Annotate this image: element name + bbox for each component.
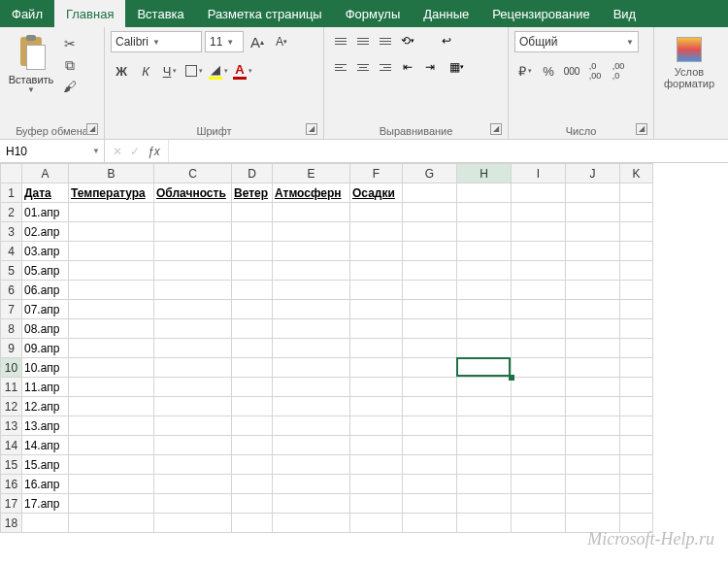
cell-I18[interactable] — [512, 514, 566, 533]
borders-button[interactable]: ▾ — [183, 60, 205, 82]
cell-B10[interactable] — [69, 358, 154, 378]
cell-J13[interactable] — [566, 416, 620, 436]
cut-button[interactable]: ✂ — [60, 35, 80, 52]
cell-B3[interactable] — [69, 222, 154, 242]
cell-G15[interactable] — [403, 455, 457, 475]
dialog-launcher-icon[interactable]: ◢ — [490, 123, 502, 135]
cell-E15[interactable] — [273, 455, 350, 475]
col-header-F[interactable]: F — [350, 164, 403, 183]
enter-formula-button[interactable]: ✓ — [130, 145, 140, 158]
cell-G12[interactable] — [403, 397, 457, 416]
cell-D11[interactable] — [232, 378, 273, 397]
row-header-8[interactable]: 8 — [1, 319, 22, 339]
format-painter-button[interactable]: 🖌 — [60, 78, 80, 95]
cell-E11[interactable] — [273, 378, 350, 397]
cell-B11[interactable] — [69, 378, 154, 397]
cell-G2[interactable] — [403, 203, 457, 222]
cell-A5[interactable]: 05.апр — [22, 261, 69, 281]
cell-H16[interactable] — [457, 475, 512, 494]
cell-J15[interactable] — [566, 455, 620, 475]
cell-H3[interactable] — [457, 222, 512, 242]
cell-D3[interactable] — [232, 222, 273, 242]
cell-C16[interactable] — [154, 475, 232, 494]
cell-H7[interactable] — [457, 300, 512, 319]
cell-B15[interactable] — [69, 455, 154, 475]
cell-E17[interactable] — [273, 494, 350, 514]
col-header-A[interactable]: A — [22, 164, 69, 183]
row-header-5[interactable]: 5 — [1, 261, 22, 281]
cell-A3[interactable]: 02.апр — [22, 222, 69, 242]
cell-F2[interactable] — [350, 203, 403, 222]
cell-E8[interactable] — [273, 319, 350, 339]
cell-E3[interactable] — [273, 222, 350, 242]
cell-F16[interactable] — [350, 475, 403, 494]
cell-C4[interactable] — [154, 242, 232, 261]
cell-A16[interactable]: 16.апр — [22, 475, 69, 494]
cell-B8[interactable] — [69, 319, 154, 339]
cell-B14[interactable] — [69, 436, 154, 455]
cell-H2[interactable] — [457, 203, 512, 222]
cell-C10[interactable] — [154, 358, 232, 378]
cell-I5[interactable] — [512, 261, 566, 281]
cell-F15[interactable] — [350, 455, 403, 475]
italic-button[interactable]: К — [135, 60, 156, 82]
increase-indent-button[interactable]: ⇥ — [419, 57, 441, 77]
cell-I4[interactable] — [512, 242, 566, 261]
cell-H18[interactable] — [457, 514, 512, 533]
font-color-button[interactable]: A ▾ — [232, 60, 253, 82]
cell-H6[interactable] — [457, 281, 512, 300]
align-left-button[interactable] — [330, 57, 351, 77]
row-header-2[interactable]: 2 — [1, 203, 22, 222]
cell-E5[interactable] — [273, 261, 350, 281]
cell-F17[interactable] — [350, 494, 403, 514]
dialog-launcher-icon[interactable]: ◢ — [636, 123, 647, 135]
col-header-D[interactable]: D — [232, 164, 273, 183]
merge-center-button[interactable]: ▦▾ — [442, 57, 471, 77]
cell-F3[interactable] — [350, 222, 403, 242]
cell-I10[interactable] — [512, 358, 566, 378]
cell-H10[interactable] — [457, 358, 512, 378]
cell-C3[interactable] — [154, 222, 232, 242]
decrease-font-button[interactable]: A▾ — [271, 31, 292, 52]
cell-C2[interactable] — [154, 203, 232, 222]
cell-K12[interactable] — [620, 397, 653, 416]
cell-K7[interactable] — [620, 300, 653, 319]
cell-I15[interactable] — [512, 455, 566, 475]
cell-E7[interactable] — [273, 300, 350, 319]
cell-B7[interactable] — [69, 300, 154, 319]
cell-H8[interactable] — [457, 319, 512, 339]
cell-D7[interactable] — [232, 300, 273, 319]
col-header-J[interactable]: J — [566, 164, 620, 183]
increase-font-button[interactable]: A▴ — [247, 31, 268, 52]
cell-E9[interactable] — [273, 339, 350, 358]
font-name-combo[interactable]: Calibri▼ — [111, 31, 202, 52]
row-header-1[interactable]: 1 — [1, 183, 22, 203]
cell-A11[interactable]: 11.апр — [22, 378, 69, 397]
cell-I16[interactable] — [512, 475, 566, 494]
cell-J3[interactable] — [566, 222, 620, 242]
cell-F7[interactable] — [350, 300, 403, 319]
cell-F14[interactable] — [350, 436, 403, 455]
cell-F13[interactable] — [350, 416, 403, 436]
cell-K1[interactable] — [620, 183, 653, 203]
row-header-18[interactable]: 18 — [1, 514, 22, 533]
cell-F18[interactable] — [350, 514, 403, 533]
tab-разметка страницы[interactable]: Разметка страницы — [196, 0, 334, 27]
align-center-button[interactable] — [352, 57, 374, 77]
cell-J2[interactable] — [566, 203, 620, 222]
worksheet-grid[interactable]: ABCDEFGHIJK1ДатаТемператураОблачностьВет… — [0, 163, 728, 565]
dialog-launcher-icon[interactable]: ◢ — [306, 123, 317, 135]
cell-K2[interactable] — [620, 203, 653, 222]
cell-E1[interactable]: Атмосферн — [273, 183, 350, 203]
cell-K15[interactable] — [620, 455, 653, 475]
cell-J8[interactable] — [566, 319, 620, 339]
cell-G8[interactable] — [403, 319, 457, 339]
cell-J10[interactable] — [566, 358, 620, 378]
cell-K8[interactable] — [620, 319, 653, 339]
cell-J11[interactable] — [566, 378, 620, 397]
orientation-button[interactable]: ⟲▾ — [397, 31, 418, 50]
wrap-text-button[interactable]: ↩ — [432, 31, 461, 50]
percent-button[interactable]: % — [538, 60, 559, 82]
cell-D12[interactable] — [232, 397, 273, 416]
row-header-9[interactable]: 9 — [1, 339, 22, 358]
